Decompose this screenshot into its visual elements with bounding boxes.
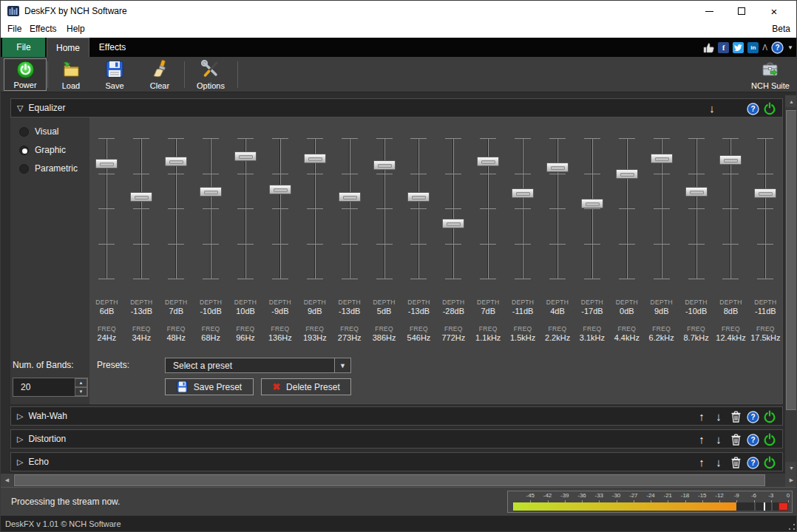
help-icon[interactable]: ? — [771, 41, 784, 54]
eq-band-slider[interactable] — [506, 123, 540, 296]
eq-band-slider[interactable] — [298, 123, 332, 296]
panel-help-icon[interactable]: ? — [746, 433, 759, 446]
slider-handle[interactable] — [754, 188, 776, 198]
spinner-down-icon[interactable]: ▼ — [75, 387, 87, 396]
radio-graphic[interactable] — [19, 146, 29, 155]
delete-effect-icon[interactable] — [729, 410, 742, 423]
nch-suite-button[interactable]: NCH Suite — [746, 58, 795, 91]
power-button[interactable]: Power — [4, 58, 47, 91]
spinner-up-icon[interactable]: ▲ — [75, 378, 87, 387]
distortion-panel-header[interactable]: ▷ Distortion ↑↓? — [10, 429, 783, 449]
preset-dropdown[interactable]: Select a preset ▼ — [165, 358, 351, 373]
slider-handle[interactable] — [373, 160, 396, 170]
eq-band-slider[interactable] — [263, 123, 297, 296]
slider-handle[interactable] — [339, 192, 361, 202]
save-button[interactable]: Save — [94, 58, 135, 91]
eq-band-slider[interactable] — [679, 123, 713, 296]
eq-band-slider[interactable] — [159, 123, 193, 296]
panel-power-icon[interactable] — [763, 456, 776, 469]
eq-band-slider[interactable] — [540, 123, 574, 296]
eq-band-slider[interactable] — [194, 123, 228, 296]
vertical-scrollbar-thumb[interactable] — [786, 110, 797, 410]
load-button[interactable]: Load — [50, 58, 92, 91]
slider-track[interactable] — [626, 139, 628, 279]
slider-handle[interactable] — [719, 155, 742, 165]
slider-track[interactable] — [279, 139, 281, 279]
eq-band-slider[interactable] — [89, 123, 123, 296]
collapse-expanded-icon[interactable]: ▽ — [17, 103, 23, 113]
eq-band-slider[interactable] — [228, 123, 262, 296]
slider-track[interactable] — [696, 139, 697, 279]
slider-track[interactable] — [140, 139, 142, 279]
slider-handle[interactable] — [304, 154, 326, 163]
panel-help-icon[interactable]: ? — [746, 102, 759, 115]
panel-power-icon[interactable] — [763, 102, 776, 115]
facebook-icon[interactable]: f — [718, 42, 729, 53]
linkedin-icon[interactable]: in — [747, 42, 759, 53]
move-up-icon[interactable]: ↑ — [695, 433, 708, 446]
wah-wah-panel-header[interactable]: ▷ Wah-Wah ↑↓? — [10, 406, 783, 426]
slider-handle[interactable] — [512, 188, 534, 198]
mode-graphic[interactable]: Graphic — [19, 145, 66, 155]
slider-track[interactable] — [210, 139, 211, 279]
slider-handle[interactable] — [616, 169, 638, 179]
eq-band-slider[interactable] — [645, 123, 679, 296]
move-up-icon[interactable]: ↑ — [695, 456, 708, 469]
menu-file[interactable]: File — [7, 24, 21, 34]
eq-band-slider[interactable] — [401, 123, 435, 296]
slider-handle[interactable] — [165, 157, 187, 166]
tab-effects[interactable]: Effects — [91, 38, 134, 57]
move-up-icon[interactable]: ↑ — [695, 410, 708, 423]
minimize-button[interactable] — [693, 1, 725, 21]
slider-handle[interactable] — [234, 151, 257, 161]
slider-track[interactable] — [522, 139, 523, 279]
slider-handle[interactable] — [130, 192, 152, 202]
eq-band-slider[interactable] — [333, 123, 367, 296]
eq-band-slider[interactable] — [436, 123, 470, 296]
scroll-down-icon[interactable]: ▼ — [785, 462, 797, 474]
collapse-collapsed-icon[interactable]: ▷ — [17, 434, 23, 444]
resize-grip[interactable] — [788, 523, 796, 531]
like-icon[interactable] — [703, 42, 714, 53]
move-down-icon[interactable]: ↓ — [712, 433, 725, 446]
num-bands-spinner[interactable]: 20 ▲ ▼ — [13, 378, 88, 397]
eq-band-slider[interactable] — [748, 123, 782, 296]
move-down-icon[interactable]: ↓ — [705, 102, 719, 115]
twitter-icon[interactable] — [733, 42, 744, 53]
slider-track[interactable] — [452, 139, 454, 279]
eq-band-slider[interactable] — [713, 123, 747, 296]
slider-handle[interactable] — [477, 157, 499, 166]
collapse-ribbon-icon[interactable]: ᐱ — [762, 44, 767, 52]
eq-band-slider[interactable] — [610, 123, 644, 296]
eq-band-slider[interactable] — [471, 123, 505, 296]
slider-track[interactable] — [418, 139, 419, 279]
save-preset-button[interactable]: Save Preset — [165, 378, 254, 395]
panel-power-icon[interactable] — [763, 410, 776, 423]
slider-handle[interactable] — [581, 199, 603, 208]
radio-visual[interactable] — [19, 127, 29, 137]
slider-handle[interactable] — [95, 159, 118, 168]
mode-parametric[interactable]: Parametric — [19, 163, 78, 174]
close-button[interactable]: × — [758, 1, 790, 21]
collapse-collapsed-icon[interactable]: ▷ — [17, 412, 23, 421]
options-button[interactable]: Options — [187, 58, 234, 91]
move-down-icon[interactable]: ↓ — [712, 456, 725, 469]
menu-effects[interactable]: Effects — [30, 24, 56, 34]
scroll-up-icon[interactable]: ▲ — [785, 95, 797, 107]
delete-effect-icon[interactable] — [729, 456, 742, 469]
tab-home[interactable]: Home — [47, 38, 89, 57]
scroll-right-icon[interactable]: ▶ — [785, 474, 797, 487]
slider-track[interactable] — [591, 139, 593, 279]
vertical-scrollbar[interactable]: ▲ ▼ — [785, 95, 797, 480]
radio-parametric[interactable] — [19, 164, 29, 174]
clear-button[interactable]: Clear — [138, 58, 181, 91]
horizontal-scrollbar-thumb[interactable] — [14, 474, 765, 486]
equalizer-panel-header[interactable]: ▽ Equalizer ↓ ? — [10, 98, 783, 117]
echo-panel-header[interactable]: ▷ Echo ↑↓? — [10, 452, 783, 471]
panel-help-icon[interactable]: ? — [746, 456, 759, 469]
slider-handle[interactable] — [685, 187, 708, 197]
scroll-left-icon[interactable]: ◀ — [1, 474, 13, 487]
maximize-button[interactable] — [725, 1, 758, 21]
slider-handle[interactable] — [651, 154, 673, 163]
slider-track[interactable] — [349, 139, 350, 279]
